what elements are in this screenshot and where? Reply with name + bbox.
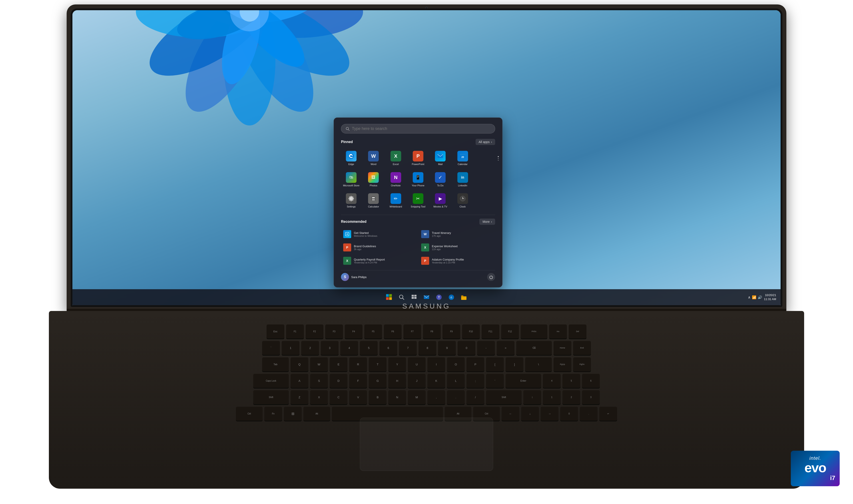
key-tab[interactable]: Tab (262, 357, 289, 372)
rec-item-payroll[interactable]: X Quarterly Payroll Report Yesterday at … (341, 255, 417, 267)
key-r[interactable]: R (349, 357, 367, 372)
power-button[interactable] (487, 273, 495, 281)
key-win[interactable]: ⊞ (284, 407, 302, 421)
key-y[interactable]: Y (388, 357, 406, 372)
key-o[interactable]: O (447, 357, 465, 372)
key-f5[interactable]: F5 (364, 324, 382, 339)
app-powerpoint[interactable]: P PowerPoint (408, 149, 428, 168)
key-4[interactable]: 4 (340, 341, 358, 355)
key-t[interactable]: T (369, 357, 386, 372)
key-8[interactable]: 8 (418, 341, 436, 355)
key-end[interactable]: End (573, 341, 591, 355)
system-tray-icons[interactable]: ∧ 📶 🔊 (748, 295, 762, 300)
key-num4[interactable]: 4 (543, 374, 561, 388)
key-backtick[interactable]: ` (262, 341, 280, 355)
app-excel[interactable]: X Excel (386, 149, 406, 168)
key-equals[interactable]: = (497, 341, 514, 355)
key-arrow-right[interactable]: → (541, 407, 559, 421)
key-numenter[interactable]: ↵ (599, 407, 617, 421)
key-c[interactable]: C (330, 390, 347, 404)
key-f1[interactable]: F1 (286, 324, 304, 339)
key-arrow-left[interactable]: ← (502, 407, 519, 421)
key-a[interactable]: A (291, 374, 308, 388)
key-backslash[interactable]: \ (525, 357, 552, 372)
key-d[interactable]: D (330, 374, 347, 388)
key-p[interactable]: P (467, 357, 484, 372)
key-shift-right[interactable]: Shift (486, 390, 522, 404)
app-mail[interactable]: Mail (430, 149, 451, 168)
key-v[interactable]: V (349, 390, 367, 404)
key-num3[interactable]: 3 (582, 390, 600, 404)
rec-item-get-started[interactable]: Get Started Welcome to Windows (341, 228, 417, 240)
taskbar-edge-icon[interactable]: e (447, 292, 456, 302)
taskbar-search-icon[interactable] (397, 292, 406, 302)
key-fn[interactable]: Fn (264, 407, 282, 421)
key-arrow-down[interactable]: ↓ (521, 407, 539, 421)
key-del[interactable]: Del (569, 324, 586, 339)
taskbar-teams-icon[interactable]: T (434, 292, 444, 302)
key-num1[interactable]: 1 (543, 390, 561, 404)
search-input[interactable] (352, 126, 490, 131)
key-q[interactable]: Q (291, 357, 308, 372)
key-capslock[interactable]: Caps Lock (253, 374, 289, 388)
key-ins[interactable]: Ins (549, 324, 567, 339)
app-clock[interactable]: Clock (452, 191, 473, 210)
key-period[interactable]: . (447, 390, 465, 404)
key-f6[interactable]: F6 (384, 324, 402, 339)
rec-item-expense[interactable]: X Expense Worksheet 11h ago (419, 242, 495, 253)
key-x[interactable]: X (310, 390, 328, 404)
key-9[interactable]: 9 (438, 341, 456, 355)
key-h[interactable]: H (388, 374, 406, 388)
taskbar-start-button[interactable] (384, 292, 394, 302)
key-f4[interactable]: F4 (345, 324, 363, 339)
key-6[interactable]: 6 (379, 341, 397, 355)
key-0[interactable]: 0 (458, 341, 475, 355)
key-1[interactable]: 1 (282, 341, 300, 355)
key-alt-left[interactable]: Alt (304, 407, 330, 421)
key-5[interactable]: 5 (360, 341, 378, 355)
rec-item-adatum[interactable]: P Adatum Company Profile Yesterday at 1:… (419, 255, 495, 267)
key-f10[interactable]: F10 (462, 324, 480, 339)
key-num5[interactable]: 5 (562, 374, 580, 388)
key-7[interactable]: 7 (399, 341, 417, 355)
key-esc[interactable]: Esc (267, 324, 284, 339)
app-word[interactable]: W Word (363, 149, 384, 168)
rec-item-travel[interactable]: W Travel Itinerary 17h ago (419, 228, 495, 240)
app-yourphone[interactable]: 📱 Your Phone (408, 170, 428, 189)
app-movies[interactable]: ▶ Movies & TV (430, 191, 451, 210)
all-apps-button[interactable]: All apps › (476, 139, 495, 145)
key-minus[interactable]: - (477, 341, 495, 355)
app-calendar[interactable]: 20 Calendar (452, 149, 473, 168)
key-g[interactable]: G (369, 374, 386, 388)
key-home[interactable]: Home (553, 341, 571, 355)
key-k[interactable]: K (428, 374, 445, 388)
taskbar-datetime[interactable]: 10/20/21 11:31 AM (764, 293, 776, 301)
key-j[interactable]: J (408, 374, 425, 388)
key-rbracket[interactable]: ] (506, 357, 523, 372)
key-num0[interactable]: 0 (560, 407, 578, 421)
touchpad[interactable] (360, 418, 493, 471)
rec-item-brand[interactable]: P Brand Guidelines 3h ago (341, 242, 417, 253)
key-comma[interactable]: , (428, 390, 445, 404)
app-whiteboard[interactable]: ✏ Whiteboard (386, 191, 406, 210)
key-u[interactable]: U (408, 357, 425, 372)
key-semicolon[interactable]: ; (467, 374, 484, 388)
key-f2[interactable]: F2 (306, 324, 323, 339)
key-lbracket[interactable]: [ (486, 357, 504, 372)
key-quote[interactable]: ' (486, 374, 504, 388)
key-f11[interactable]: F11 (482, 324, 500, 339)
key-pgdn[interactable]: PgDn (573, 357, 591, 372)
key-enter[interactable]: Enter (506, 374, 541, 388)
search-bar[interactable] (341, 124, 495, 133)
key-shift-left[interactable]: Shift (253, 390, 289, 404)
key-num2[interactable]: 2 (562, 390, 580, 404)
taskbar-explorer-icon[interactable] (459, 292, 469, 302)
app-photos[interactable]: 🖼 Photos (363, 170, 384, 189)
key-f8[interactable]: F8 (423, 324, 441, 339)
taskbar-taskview-icon[interactable] (409, 292, 419, 302)
app-snipping[interactable]: ✂ Snipping Tool (408, 191, 428, 210)
user-profile-button[interactable]: S Sara Philips (341, 273, 366, 281)
more-button[interactable]: More › (479, 219, 495, 225)
key-ctrl-left[interactable]: Ctrl (236, 407, 262, 421)
key-slash[interactable]: / (467, 390, 484, 404)
